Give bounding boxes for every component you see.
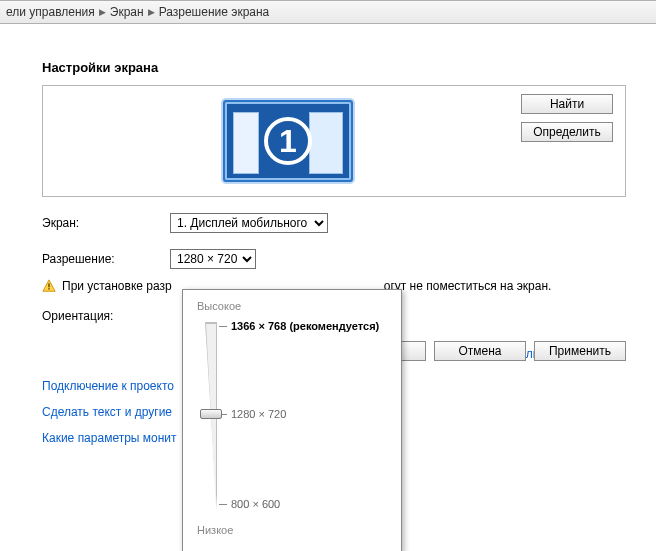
monitor-number: 1 [264, 117, 312, 165]
breadcrumb-item[interactable]: ели управления [6, 5, 95, 19]
page-title: Настройки экрана [42, 60, 626, 75]
apply-button[interactable]: Применить [534, 341, 626, 361]
slider-option-recommended[interactable]: 1366 × 768 (рекомендуется) [231, 320, 379, 332]
chevron-right-icon: ▶ [99, 7, 106, 17]
orientation-label: Ориентация: [42, 309, 170, 323]
svg-rect-2 [48, 288, 49, 289]
find-button[interactable]: Найти [521, 94, 613, 114]
warning-text-pre: При установке разр [62, 279, 172, 293]
resolution-slider-popup: Высокое 1366 × 768 (рекомендуется) 1280 … [182, 289, 402, 551]
display-preview: 1 Найти Определить [42, 85, 626, 197]
monitor-thumbnail[interactable]: 1 [223, 100, 353, 182]
resolution-slider[interactable]: 1366 × 768 (рекомендуется) 1280 × 720 80… [197, 318, 387, 518]
breadcrumb: ели управления ▶ Экран ▶ Разрешение экра… [0, 0, 656, 24]
chevron-right-icon: ▶ [148, 7, 155, 17]
slider-option-mid[interactable]: 1280 × 720 [231, 408, 286, 420]
breadcrumb-item[interactable]: Разрешение экрана [159, 5, 270, 19]
slider-low-label: Низкое [197, 524, 387, 536]
cancel-button[interactable]: Отмена [434, 341, 526, 361]
screen-label: Экран: [42, 216, 170, 230]
svg-rect-1 [48, 283, 49, 287]
slider-tick [219, 504, 227, 505]
breadcrumb-item[interactable]: Экран [110, 5, 144, 19]
screen-select[interactable]: 1. Дисплей мобильного ПК [170, 213, 328, 233]
resolution-label: Разрешение: [42, 252, 170, 266]
slider-thumb[interactable] [200, 409, 222, 419]
slider-option-low[interactable]: 800 × 600 [231, 498, 280, 510]
warning-text-post: огут не поместиться на экран. [384, 279, 552, 293]
resolution-select[interactable]: 1280 × 720 [170, 249, 256, 269]
slider-tick [219, 326, 227, 327]
slider-high-label: Высокое [197, 300, 387, 312]
warning-icon [42, 279, 56, 293]
detect-button[interactable]: Определить [521, 122, 613, 142]
